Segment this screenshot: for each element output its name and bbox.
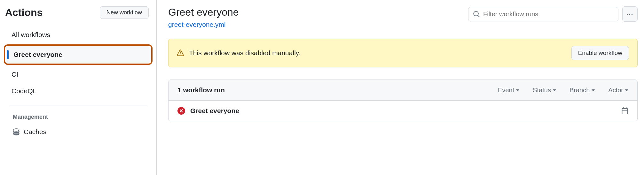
filter-label: Status [533, 87, 551, 94]
banner-message: This workflow was disabled manually. [189, 49, 301, 57]
workflow-title: Greet everyone [168, 6, 239, 18]
run-row-left: Greet everyone [177, 107, 239, 115]
database-icon [13, 128, 20, 135]
calendar-icon [621, 107, 628, 114]
runs-filters: Event Status Branch Actor [498, 87, 628, 94]
filter-event-dropdown[interactable]: Event [498, 87, 519, 94]
caret-down-icon [553, 89, 556, 91]
sidebar-item-label: Caches [24, 128, 46, 136]
sidebar-item-label: All workflows [12, 31, 50, 39]
main-content: Greet everyone greet-everyone.yml ··· [157, 0, 644, 175]
sidebar-item-highlight-outline: Greet everyone [4, 44, 153, 65]
caret-down-icon [516, 89, 519, 91]
run-row-right [621, 107, 628, 114]
filter-branch-dropdown[interactable]: Branch [569, 87, 595, 94]
sidebar-title: Actions [5, 7, 43, 19]
management-heading: Management [4, 111, 153, 126]
sidebar-item-caches[interactable]: Caches [4, 126, 153, 138]
kebab-icon: ··· [626, 11, 634, 18]
sidebar-item-greet-everyone[interactable]: Greet everyone [6, 46, 151, 63]
filter-actor-dropdown[interactable]: Actor [608, 87, 628, 94]
sidebar: Actions New workflow All workflows Greet… [0, 0, 157, 175]
runs-count-label: 1 workflow run [177, 86, 225, 94]
sidebar-item-label: Greet everyone [13, 51, 62, 58]
main-header: Greet everyone greet-everyone.yml ··· [168, 6, 638, 28]
filter-label: Event [498, 87, 514, 94]
filter-runs-input[interactable] [483, 11, 614, 18]
sidebar-item-all-workflows[interactable]: All workflows [4, 27, 153, 43]
filter-label: Actor [608, 87, 623, 94]
sidebar-item-codeql[interactable]: CodeQL [4, 83, 153, 99]
runs-table: 1 workflow run Event Status Branch [168, 80, 638, 121]
filter-label: Branch [569, 87, 590, 94]
new-workflow-button[interactable]: New workflow [100, 6, 149, 19]
filter-runs-field[interactable] [468, 7, 618, 21]
filter-status-dropdown[interactable]: Status [533, 87, 556, 94]
sidebar-divider [9, 105, 147, 105]
disabled-banner: This workflow was disabled manually. Ena… [168, 39, 638, 67]
workflow-heading-block: Greet everyone greet-everyone.yml [168, 6, 239, 28]
sidebar-header: Actions New workflow [0, 6, 156, 27]
run-row[interactable]: Greet everyone [169, 101, 637, 121]
x-circle-fill-icon [177, 107, 185, 115]
header-controls: ··· [468, 6, 638, 22]
caret-down-icon [625, 89, 628, 91]
runs-table-header: 1 workflow run Event Status Branch [169, 80, 637, 101]
sidebar-item-ci[interactable]: CI [4, 66, 153, 83]
enable-workflow-button[interactable]: Enable workflow [571, 46, 629, 60]
workflow-filename-link[interactable]: greet-everyone.yml [168, 21, 226, 28]
alert-icon [177, 49, 184, 57]
run-name: Greet everyone [190, 107, 239, 115]
search-icon [473, 11, 480, 18]
caret-down-icon [592, 89, 595, 91]
sidebar-item-label: CI [12, 71, 18, 78]
more-options-button[interactable]: ··· [622, 6, 638, 22]
sidebar-item-label: CodeQL [12, 87, 36, 95]
sidebar-nav: All workflows Greet everyone CI CodeQL M… [0, 27, 156, 138]
banner-left: This workflow was disabled manually. [177, 49, 301, 57]
